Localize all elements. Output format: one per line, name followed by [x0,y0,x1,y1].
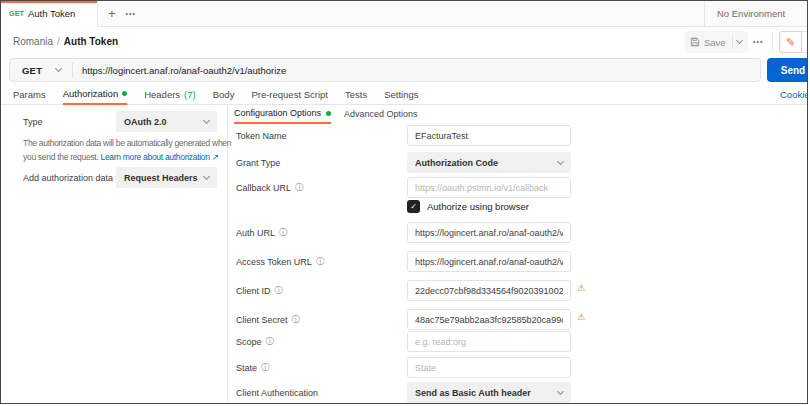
state-input[interactable] [407,357,571,378]
field-row-authorize-browser: ✓ Authorize using browser [236,200,807,214]
method-chevron-down-icon [55,65,62,72]
postman-window: GET Auth Token + ••• No Environment Roma… [0,0,808,404]
scope-input[interactable] [407,331,571,352]
tab-authorization[interactable]: Authorization [63,84,127,105]
tab-params[interactable]: Params [13,84,46,104]
token-name-input[interactable] [407,125,571,146]
scope-info-icon[interactable]: ⓘ [266,336,275,348]
grant-type-dropdown[interactable]: Authorization Code [407,152,571,173]
callback-url-label: Callback URL ⓘ [236,182,304,194]
client-secret-label: Client Secret ⓘ [236,314,300,326]
field-row-callback-url: Callback URL ⓘ [236,177,807,198]
access-token-url-input[interactable] [407,251,571,272]
pencil-icon: ✎ [786,36,795,49]
environment-selector[interactable]: No Environment [704,1,807,27]
breadcrumb-request-name[interactable]: Auth Token [64,36,118,47]
auth-type-value: OAuth 2.0 [124,117,167,127]
client-id-info-icon[interactable]: ⓘ [275,285,284,297]
http-method-dropdown[interactable]: GET [10,59,72,81]
callback-url-input[interactable] [407,177,571,198]
state-label: State ⓘ [236,362,270,374]
add-auth-data-value: Request Headers [124,173,198,183]
field-row-grant-type: Grant Type Authorization Code [236,152,807,173]
edit-documentation-button[interactable]: ✎ [779,31,802,53]
breadcrumb: Romania / Auth Token [13,27,118,56]
field-row-client-id: Client ID ⓘ ⚠ [236,280,807,301]
learn-more-link[interactable]: Learn more about authorization [101,152,210,162]
headers-count-badge: (7) [184,89,196,100]
access-token-url-label: Access Token URL ⓘ [236,256,324,268]
request-toolbar: Romania / Auth Token Save ••• ✎ ▤ [1,27,807,56]
request-tab-title: Auth Token [28,8,75,19]
workspace-tab-bar: GET Auth Token + ••• No Environment [1,1,807,27]
save-split-divider [732,35,733,49]
authorization-active-dot [122,91,127,96]
client-authentication-dropdown[interactable]: Send as Basic Auth header [407,382,571,403]
breadcrumb-separator: / [57,36,60,47]
request-section-tabs: Params Authorization Headers (7) Body Pr… [1,84,807,105]
auth-type-panel: Type OAuth 2.0 The authorization data wi… [1,106,228,403]
http-method-value: GET [22,65,42,76]
client-secret-warning-icon[interactable]: ⚠ [577,312,585,322]
callback-url-info-icon[interactable]: ⓘ [295,182,304,194]
request-method-badge: GET [9,10,24,17]
grant-type-chevron-down-icon [557,157,564,164]
auth-type-chevron-down-icon [203,116,210,123]
save-button[interactable]: Save [685,31,748,53]
client-id-label: Client ID ⓘ [236,285,283,297]
auth-description: The authorization data will be automatic… [23,136,225,164]
add-auth-data-dropdown[interactable]: Request Headers [116,167,217,188]
authorization-editor: Type OAuth 2.0 The authorization data wi… [1,106,807,403]
field-row-auth-url: Auth URL ⓘ [236,222,807,243]
auth-type-label: Type [23,117,43,127]
token-name-label: Token Name [236,131,287,141]
field-row-access-token-url: Access Token URL ⓘ [236,251,807,272]
tab-body[interactable]: Body [213,84,235,104]
access-token-url-info-icon[interactable]: ⓘ [316,256,325,268]
client-authentication-label: Client Authentication [236,388,318,398]
authorize-browser-checkbox[interactable]: ✓ [407,200,420,213]
url-divider [72,62,73,78]
add-auth-chevron-down-icon [203,172,210,179]
new-tab-button[interactable]: + [108,7,116,20]
request-url-input[interactable]: https://logincert.anaf.ro/anaf-oauth2/v1… [82,65,286,76]
url-editor: GET https://logincert.anaf.ro/anaf-oauth… [9,58,761,82]
client-secret-info-icon[interactable]: ⓘ [292,314,301,326]
authorize-browser-label: Authorize using browser [427,201,529,212]
tab-advanced-options[interactable]: Advanced Options [344,108,418,124]
field-row-token-name: Token Name [236,125,807,146]
config-subtabs: Configuration Options Advanced Options [234,108,418,124]
field-row-client-authentication: Client Authentication Send as Basic Auth… [236,382,807,403]
oauth-config-panel: Configuration Options Advanced Options T… [229,106,807,403]
right-sidebar-toggle-group: ✎ ▤ [779,31,808,53]
open-request-tab[interactable]: GET Auth Token [1,1,98,27]
scope-label: Scope ⓘ [236,336,274,348]
configuration-active-dot [326,111,331,116]
breadcrumb-collection[interactable]: Romania [13,36,53,47]
request-more-actions-button[interactable]: ••• [753,27,763,56]
state-info-icon[interactable]: ⓘ [261,362,270,374]
tab-options-button[interactable]: ••• [126,10,136,17]
documentation-button[interactable]: ▤ [802,31,808,53]
auth-url-input[interactable] [407,222,571,243]
tab-configuration-options[interactable]: Configuration Options [234,108,331,124]
tab-tests[interactable]: Tests [345,84,367,104]
field-row-scope: Scope ⓘ [236,331,807,352]
send-button[interactable]: Send [767,58,808,82]
tab-settings[interactable]: Settings [384,84,418,104]
tab-pre-request-script[interactable]: Pre-request Script [251,84,328,104]
environment-label: No Environment [717,8,785,19]
cookies-link[interactable]: Cookies [780,84,808,105]
auth-type-dropdown[interactable]: OAuth 2.0 [116,111,217,132]
client-secret-input[interactable] [407,309,571,330]
save-chevron-down-icon[interactable] [736,37,743,44]
client-id-warning-icon[interactable]: ⚠ [577,283,585,293]
save-icon [690,37,700,47]
client-id-input[interactable] [407,280,571,301]
field-row-state: State ⓘ [236,357,807,378]
request-url-row: GET https://logincert.anaf.ro/anaf-oauth… [1,56,807,84]
auth-url-info-icon[interactable]: ⓘ [279,227,288,239]
auth-url-label: Auth URL ⓘ [236,227,288,239]
client-authentication-value: Send as Basic Auth header [415,388,531,398]
tab-headers[interactable]: Headers (7) [144,84,196,104]
